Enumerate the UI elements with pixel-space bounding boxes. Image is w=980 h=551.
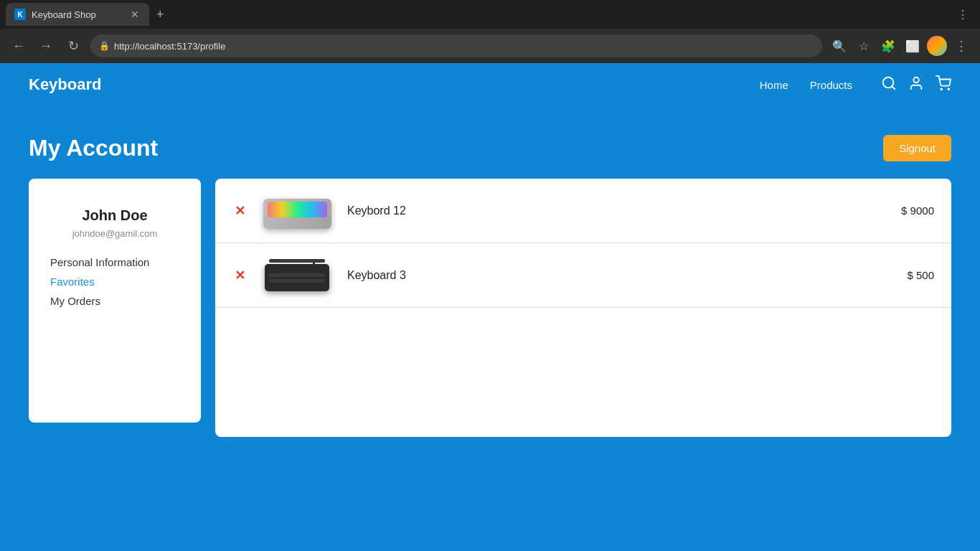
profile-name: John Doe	[82, 207, 147, 224]
keyboard-keys-row	[269, 259, 325, 263]
menu-personal-info[interactable]: Personal Information	[50, 256, 149, 268]
keyboard-rgb-image	[263, 193, 331, 229]
cart-icon[interactable]	[936, 75, 951, 95]
keyboard-keys-row	[269, 273, 325, 277]
tab-bar: K Keyboard Shop ✕ + ⋮	[0, 0, 980, 29]
app-nav: Home Products	[760, 79, 852, 91]
signout-button[interactable]: Signout	[883, 135, 951, 161]
menu-favorites[interactable]: Favorites	[50, 276, 95, 288]
address-bar[interactable]: 🔒 http://localhost:5173/profile	[90, 34, 822, 57]
favorite-item: ✕ Keyboard 3 $ 500	[215, 243, 951, 308]
nav-products[interactable]: Products	[810, 79, 852, 91]
app: Keyboard Home Products	[0, 63, 980, 551]
favorites-panel: ✕ Keybord 12 $ 9000 ✕	[215, 179, 951, 437]
product-image-2	[261, 252, 333, 298]
browser-menu-icon[interactable]: ⋮	[951, 8, 974, 22]
remove-favorite-1-button[interactable]: ✕	[232, 203, 247, 219]
forward-button[interactable]: →	[36, 36, 56, 56]
remove-favorite-2-button[interactable]: ✕	[232, 268, 247, 283]
keyboard-keys	[268, 202, 327, 217]
browser-more-button[interactable]: ⋮	[951, 36, 971, 56]
search-toolbar-button[interactable]: 🔍	[829, 36, 849, 56]
browser-toolbar: ← → ↻ 🔒 http://localhost:5173/profile 🔍 …	[0, 29, 980, 63]
product-image-1	[261, 187, 333, 234]
app-logo[interactable]: Keyboard	[29, 75, 760, 94]
menu-orders[interactable]: My Orders	[50, 295, 100, 307]
keyboard-keys-row	[269, 279, 325, 283]
search-icon[interactable]	[881, 75, 897, 95]
tab-close-button[interactable]: ✕	[129, 9, 141, 20]
tab-favicon: K	[14, 9, 26, 20]
svg-point-2	[913, 77, 918, 82]
lock-icon: 🔒	[99, 41, 110, 51]
svg-point-3	[941, 88, 942, 90]
keyboard-dark-image	[265, 259, 329, 291]
active-tab[interactable]: K Keyboard Shop ✕	[6, 3, 149, 26]
extensions-toolbar-button[interactable]: 🧩	[878, 36, 898, 56]
url-text: http://localhost:5173/profile	[114, 41, 225, 52]
tab-title: Keyboard Shop	[32, 9, 123, 20]
nav-home[interactable]: Home	[760, 79, 788, 91]
header-icons	[881, 75, 951, 95]
product-name-2: Keyboard 3	[347, 269, 885, 282]
product-name-1: Keybord 12	[347, 204, 880, 217]
bookmark-toolbar-button[interactable]: ☆	[854, 36, 874, 56]
product-price-2: $ 500	[907, 269, 934, 281]
svg-point-4	[948, 88, 949, 90]
split-view-button[interactable]: ⬜	[903, 36, 923, 56]
page-title: My Account	[29, 135, 158, 161]
toolbar-icons: 🔍 ☆ 🧩 ⬜ ⋮	[829, 36, 971, 56]
profile-card: John Doe johndoe@gamil.com Personal Info…	[29, 179, 201, 423]
refresh-button[interactable]: ↻	[63, 36, 83, 56]
product-price-1: $ 9000	[901, 204, 934, 217]
user-avatar	[927, 36, 947, 56]
page-header: My Account Signout	[29, 135, 951, 161]
content-row: John Doe johndoe@gamil.com Personal Info…	[29, 179, 951, 437]
profile-menu: Personal Information Favorites My Orders	[43, 256, 187, 307]
profile-email: johndoe@gamil.com	[72, 228, 158, 239]
profile-avatar[interactable]	[927, 36, 947, 56]
new-tab-button[interactable]: +	[152, 7, 169, 22]
browser-chrome: K Keyboard Shop ✕ + ⋮ ← → ↻ 🔒 http://loc…	[0, 0, 980, 63]
main-content: My Account Signout John Doe johndoe@gami…	[0, 106, 980, 551]
favorites-empty-space	[215, 308, 951, 437]
back-button[interactable]: ←	[9, 36, 29, 56]
user-icon[interactable]	[908, 75, 924, 95]
app-header: Keyboard Home Products	[0, 63, 980, 106]
svg-line-1	[892, 86, 895, 89]
favorite-item: ✕ Keybord 12 $ 9000	[215, 179, 951, 243]
keyboard-body	[265, 264, 329, 291]
